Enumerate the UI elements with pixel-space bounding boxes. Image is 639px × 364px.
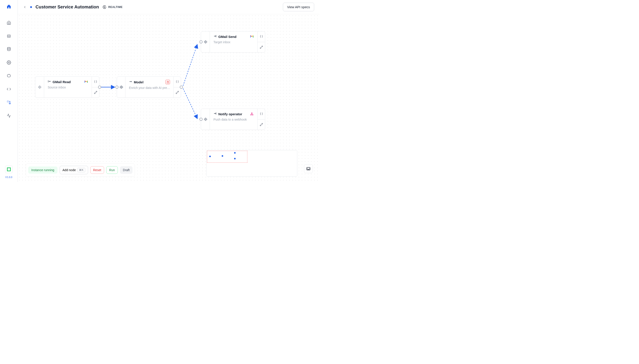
minimap-node-dot	[234, 152, 236, 154]
code-braces-icon[interactable]	[258, 32, 265, 42]
code-braces-icon[interactable]	[258, 109, 265, 120]
minimap[interactable]	[206, 150, 297, 177]
input-port[interactable]	[199, 118, 203, 121]
topbar: Customer Service Automation REALTIME Vie…	[18, 0, 320, 14]
svg-point-9	[94, 93, 95, 94]
bottom-toolbar: Instance running Add node ⌘K Reset Run D…	[26, 164, 135, 177]
activity-icon[interactable]	[5, 112, 13, 120]
connect-icon[interactable]	[92, 87, 99, 98]
svg-line-14	[177, 92, 178, 93]
realtime-badge: REALTIME	[103, 5, 123, 9]
input-port[interactable]	[199, 40, 203, 44]
svg-point-2	[9, 36, 10, 36]
instance-status-badge: Instance running	[28, 166, 58, 174]
svg-point-21	[260, 125, 261, 126]
input-arrow-icon	[213, 112, 217, 116]
svg-point-15	[260, 48, 261, 48]
output-port[interactable]	[180, 86, 183, 89]
gmail-icon	[84, 80, 88, 84]
webhook-icon	[250, 112, 254, 116]
database-icon[interactable]	[5, 45, 13, 53]
minimap-node-dot	[222, 155, 223, 157]
code-icon[interactable]	[5, 85, 13, 93]
svg-point-8	[104, 7, 105, 7]
connect-icon[interactable]	[258, 120, 265, 130]
node-gmail-read[interactable]: GMail Read Source inbox	[35, 76, 99, 98]
status-square-icon[interactable]	[5, 166, 13, 173]
svg-point-4	[8, 62, 9, 63]
model-icon: ∏	[166, 80, 170, 84]
svg-point-1	[8, 36, 9, 36]
move-handle-icon[interactable]	[120, 85, 124, 89]
node-desc: Target inbox	[213, 40, 254, 44]
add-node-label: Add node	[63, 168, 76, 172]
input-arrow-icon	[213, 34, 217, 38]
draft-button[interactable]: Draft	[120, 166, 132, 174]
node-title: GMail Send	[218, 35, 236, 38]
code-braces-icon[interactable]	[174, 77, 181, 87]
run-button[interactable]: Run	[106, 166, 118, 174]
version-label: V1.0.0	[5, 176, 13, 178]
svg-line-23	[261, 124, 262, 125]
minimap-viewport[interactable]	[207, 151, 247, 163]
transform-arrow-icon	[129, 80, 132, 84]
node-model[interactable]: Model ∏ Enrich your data with AI pre…	[117, 76, 181, 98]
refresh-icon	[103, 5, 107, 9]
move-handle-icon[interactable]	[204, 118, 208, 122]
workflow-icon[interactable]	[5, 98, 13, 106]
inbox-icon	[306, 166, 311, 171]
minimap-node-dot	[209, 156, 211, 157]
code-braces-icon[interactable]	[92, 77, 99, 87]
svg-rect-0	[7, 35, 10, 38]
expand-button[interactable]	[304, 164, 313, 173]
output-port[interactable]	[98, 86, 101, 89]
node-title: Model	[134, 80, 143, 84]
minimap-node-dot	[234, 158, 236, 160]
svg-point-12	[176, 93, 177, 94]
svg-line-11	[95, 92, 96, 93]
page-title: Customer Service Automation	[36, 4, 99, 10]
node-notify-operator[interactable]: Notify operator Push data to a webhook	[201, 108, 265, 130]
brain-icon[interactable]	[5, 72, 13, 80]
drag-handle-icon[interactable]	[35, 77, 44, 98]
svg-point-16	[262, 46, 263, 47]
svg-point-13	[178, 91, 179, 92]
connect-icon[interactable]	[258, 42, 265, 52]
add-node-button[interactable]: Add node ⌘K	[60, 166, 88, 174]
svg-line-17	[261, 46, 262, 48]
status-dot-icon	[30, 6, 32, 8]
input-port[interactable]	[115, 86, 119, 89]
svg-point-20	[251, 112, 252, 114]
svg-point-22	[262, 123, 263, 124]
edge-model-to-send	[183, 45, 197, 86]
node-desc: Source inbox	[48, 86, 88, 89]
svg-rect-7	[7, 168, 11, 171]
node-gmail-send[interactable]: GMail Send Target inbox	[201, 31, 265, 52]
move-handle-icon[interactable]	[204, 40, 208, 44]
sidebar: V1.0.0	[0, 0, 18, 182]
home-icon[interactable]	[5, 18, 13, 26]
gmail-icon	[250, 34, 254, 38]
edge-model-to-notify	[183, 88, 197, 118]
node-title: Notify operator	[218, 112, 242, 116]
svg-point-3	[7, 48, 10, 48]
node-title: GMail Read	[53, 80, 71, 84]
connect-icon[interactable]	[174, 87, 181, 98]
back-button[interactable]	[23, 5, 27, 9]
node-desc: Enrich your data with AI pre…	[129, 86, 170, 90]
output-arrow-icon	[48, 80, 51, 84]
svg-point-10	[96, 91, 97, 92]
canvas[interactable]: GMail Read Source inbox	[18, 14, 320, 182]
shortcut-label: ⌘K	[77, 168, 85, 172]
settings-icon[interactable]	[5, 58, 13, 66]
view-api-specs-button[interactable]: View API specs	[283, 3, 314, 11]
node-desc: Push data to a webhook	[213, 118, 254, 121]
svg-rect-6	[9, 103, 10, 104]
reset-button[interactable]: Reset	[90, 166, 104, 174]
svg-rect-5	[7, 101, 9, 102]
mode-label: REALTIME	[108, 6, 123, 9]
app-logo[interactable]	[5, 4, 13, 11]
bot-icon[interactable]	[5, 32, 13, 40]
